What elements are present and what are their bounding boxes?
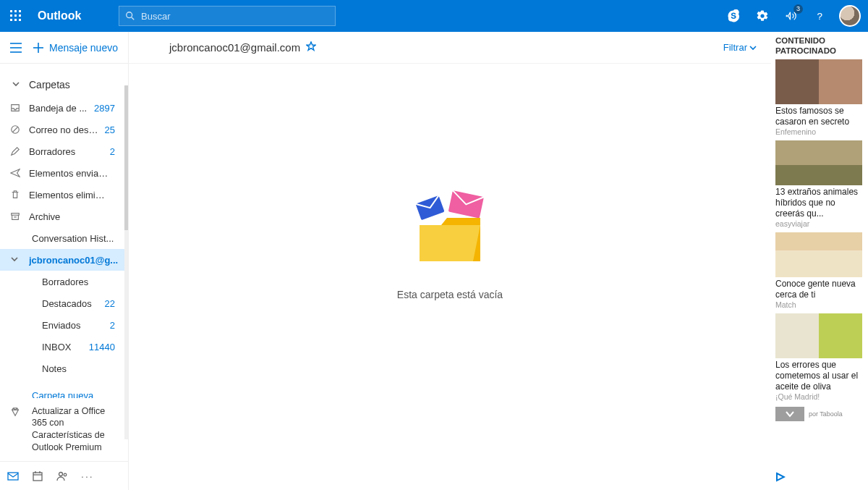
- folder-title: jcbroncanoc01@gmail.com: [169, 41, 300, 54]
- svg-marker-30: [777, 473, 784, 481]
- folder-tree: Carpetas Bandeja de ... 2897 Correo no d…: [0, 64, 128, 398]
- folder-junk[interactable]: Correo no dese... 25: [0, 119, 128, 140]
- new-folder-button[interactable]: Carpeta nueva: [0, 384, 128, 398]
- new-message-button[interactable]: Mensaje nuevo: [32, 42, 118, 54]
- skype-button[interactable]: [719, 0, 748, 32]
- folder-label: Conversation Hist...: [32, 233, 128, 244]
- new-message-row: Mensaje nuevo: [0, 32, 128, 64]
- svg-rect-5: [19, 14, 21, 17]
- settings-button[interactable]: [748, 0, 777, 32]
- calendar-module[interactable]: [32, 470, 43, 482]
- folder-label: Borradores: [29, 146, 110, 157]
- ad-title: 13 extraños animales híbridos que no cre…: [775, 185, 864, 219]
- notifications-button[interactable]: 3: [777, 0, 806, 32]
- sidebar: Mensaje nuevo Carpetas Bandeja de ... 28…: [0, 32, 129, 490]
- sponsored-ad[interactable]: Los errores que cometemos al usar el ace…: [775, 313, 864, 401]
- folder-label: Destacados: [42, 298, 105, 309]
- sidebar-scrollbar[interactable]: [123, 64, 128, 461]
- svg-rect-2: [19, 10, 21, 12]
- folder-label: Elementos enviados: [29, 168, 115, 179]
- subfolder-inbox[interactable]: INBOX 11440: [0, 336, 128, 358]
- svg-rect-6: [10, 19, 12, 21]
- upgrade-label: Actualizar a Office 365 con Característi…: [32, 405, 118, 455]
- svg-rect-19: [12, 214, 20, 216]
- app-title[interactable]: Outlook: [32, 9, 119, 22]
- folder-label: Enviados: [42, 320, 110, 331]
- folder-label: Archive: [29, 211, 115, 222]
- upgrade-premium[interactable]: Actualizar a Office 365 con Característi…: [0, 398, 128, 462]
- search-box[interactable]: [119, 6, 336, 26]
- chevron-down-icon: [749, 44, 757, 51]
- app-launcher[interactable]: [0, 0, 32, 32]
- search-icon: [125, 11, 135, 21]
- people-module[interactable]: [56, 470, 68, 482]
- folder-label: INBOX: [42, 342, 89, 352]
- folder-drafts[interactable]: Borradores 2: [0, 140, 128, 162]
- ad-source: Enfemenino: [775, 127, 864, 136]
- sponsored-panel: CONTENIDO PATROCINADO Estos famosos se c…: [771, 32, 868, 490]
- adchoices-button[interactable]: [775, 469, 786, 487]
- trash-icon: [10, 190, 29, 200]
- folders-label: Carpetas: [29, 79, 70, 90]
- ad-image: [775, 140, 862, 185]
- folder-conversation-history[interactable]: Conversation Hist...: [0, 227, 128, 249]
- svg-rect-20: [8, 473, 18, 480]
- svg-point-25: [59, 472, 63, 476]
- plus-icon: [33, 43, 43, 53]
- svg-rect-0: [10, 10, 12, 12]
- folder-count: 11440: [89, 342, 128, 352]
- ad-title: Los errores que cometemos al usar el ace…: [775, 358, 864, 392]
- folder-label: Borradores: [42, 276, 115, 287]
- ads-expand-button[interactable]: [775, 407, 804, 421]
- folders-header[interactable]: Carpetas: [0, 72, 128, 97]
- ad-image: [775, 232, 862, 277]
- filter-button[interactable]: Filtrar: [723, 42, 757, 53]
- folder-archive[interactable]: Archive: [0, 206, 128, 227]
- adchoices-icon: [775, 472, 786, 482]
- folder-label: Elementos elimina...: [29, 190, 115, 200]
- chevron-down-icon: [785, 409, 795, 419]
- folder-label: Correo no dese...: [29, 124, 105, 135]
- ad-source: easyviajar: [775, 219, 864, 228]
- ad-source: Match: [775, 300, 864, 309]
- sponsored-ad[interactable]: Conoce gente nueva cerca de ti Match: [775, 232, 864, 309]
- content-header: jcbroncanoc01@gmail.com Filtrar: [129, 32, 771, 64]
- new-message-label: Mensaje nuevo: [49, 42, 118, 54]
- more-modules[interactable]: ···: [81, 470, 94, 482]
- archive-icon: [10, 211, 29, 221]
- menu-toggle[interactable]: [0, 43, 32, 53]
- subfolder-notes[interactable]: Notes: [0, 358, 128, 379]
- mail-module[interactable]: [7, 470, 19, 482]
- svg-rect-8: [19, 19, 21, 21]
- blocked-icon: [10, 124, 29, 135]
- sponsored-ad[interactable]: Estos famosos se casaron en secreto Enfe…: [775, 59, 864, 136]
- svg-rect-3: [10, 14, 12, 17]
- folder-label: Bandeja de ...: [29, 103, 94, 114]
- chevron-down-icon: [10, 255, 29, 266]
- favorite-toggle[interactable]: [306, 41, 316, 54]
- svg-rect-4: [14, 14, 17, 17]
- chevron-down-icon: [12, 80, 29, 90]
- send-icon: [10, 168, 29, 178]
- folder-inbox[interactable]: Bandeja de ... 2897: [0, 97, 128, 119]
- notifications-badge: 3: [793, 4, 803, 14]
- folder-label: jcbroncanoc01@g...: [29, 255, 128, 266]
- star-icon: [306, 41, 316, 51]
- ad-title: Conoce gente nueva cerca de ti: [775, 277, 864, 300]
- subfolder-destacados[interactable]: Destacados 22: [0, 292, 128, 314]
- search-input[interactable]: [135, 11, 329, 22]
- subfolder-borradores[interactable]: Borradores: [0, 271, 128, 292]
- svg-point-9: [127, 12, 132, 18]
- diamond-icon: [10, 407, 20, 421]
- folder-deleted[interactable]: Elementos elimina...: [0, 184, 128, 206]
- account-avatar[interactable]: [839, 5, 861, 27]
- svg-rect-21: [33, 473, 42, 481]
- ad-image: [775, 59, 862, 104]
- inbox-icon: [10, 103, 29, 113]
- subfolder-enviados[interactable]: Enviados 2: [0, 314, 128, 336]
- folder-account-gmail[interactable]: jcbroncanoc01@g...: [0, 249, 128, 271]
- help-button[interactable]: ?: [806, 0, 835, 32]
- sponsored-ad[interactable]: 13 extraños animales híbridos que no cre…: [775, 140, 864, 228]
- pencil-icon: [10, 146, 29, 156]
- folder-sent[interactable]: Elementos enviados: [0, 162, 128, 184]
